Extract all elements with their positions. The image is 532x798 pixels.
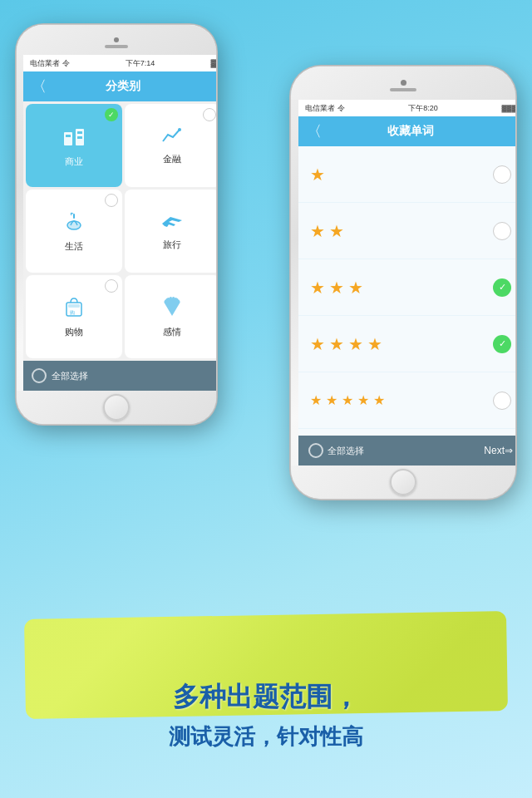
cat-label-life: 生活 <box>65 240 83 253</box>
stars-1: ★ <box>310 165 325 185</box>
svg-rect-10 <box>68 304 80 308</box>
next-button[interactable]: Next⇒ <box>484 445 513 456</box>
bottom-bar-left: 全部选择 <box>23 361 216 391</box>
nav-bar-right: 〈 收藏单词 <box>298 116 515 146</box>
back-button-left[interactable]: 〈 <box>32 76 47 96</box>
cat-item-feelings[interactable]: 感情 <box>125 275 217 358</box>
svg-rect-8 <box>73 214 75 219</box>
cat-item-business[interactable]: ✓ 商业 <box>26 104 122 187</box>
stars-3: ★ ★ ★ <box>310 278 363 298</box>
svg-text:购: 购 <box>70 310 75 315</box>
row-check-4[interactable]: ✓ <box>493 335 511 353</box>
cat-item-travel[interactable]: 旅行 <box>125 190 217 273</box>
carrier-left: 电信業者 令 <box>30 58 70 69</box>
row-check-3[interactable]: ✓ <box>493 278 511 297</box>
phone-right: 电信業者 令 下午8:20 ▓▓▓ 〈 收藏单词 ★ <box>291 66 515 499</box>
cat-item-life[interactable]: 生活 <box>26 190 122 273</box>
nav-title-right: 收藏单词 <box>387 124 434 139</box>
cat-item-finance[interactable]: 金融 <box>125 104 217 187</box>
time-right: 下午8:20 <box>408 103 438 114</box>
stars-4: ★ ★ ★ ★ <box>310 334 382 354</box>
battery-right: ▓▓▓ <box>501 105 515 112</box>
home-button-right[interactable] <box>390 469 416 495</box>
home-button-left[interactable] <box>103 394 130 421</box>
back-button-right[interactable]: 〈 <box>307 121 322 141</box>
select-all-circle-right[interactable] <box>308 443 323 458</box>
radio-badge-life <box>105 194 118 207</box>
svg-rect-3 <box>77 131 82 134</box>
cat-label-feelings: 感情 <box>163 326 181 338</box>
cat-label-travel: 旅行 <box>163 239 181 251</box>
star-row-4[interactable]: ★ ★ ★ ★ ✓ <box>298 316 515 372</box>
business-icon <box>62 124 86 152</box>
row-check-2[interactable] <box>493 222 511 240</box>
check-badge-business: ✓ <box>105 108 118 121</box>
select-all-label-right: 全部选择 <box>328 445 364 457</box>
cat-item-shopping[interactable]: 购 购物 <box>26 275 122 358</box>
carrier-right: 电信業者 令 <box>305 103 345 114</box>
status-bar-right: 电信業者 令 下午8:20 ▓▓▓ <box>298 100 515 116</box>
bottom-bar-right: 全部选择 Next⇒ <box>298 436 515 466</box>
status-bar-left: 电信業者 令 下午7:14 ▓ <box>23 55 216 71</box>
svg-point-5 <box>178 128 181 131</box>
select-all-label-left: 全部选择 <box>52 370 88 382</box>
bottom-text-line2: 测试灵活，针对性高 <box>169 722 363 751</box>
categories-grid: ✓ 商业 <box>23 101 216 361</box>
phone-left: 电信業者 令 下午7:14 ▓ 〈 分类别 ✓ <box>17 25 216 424</box>
nav-title-left: 分类别 <box>106 79 140 94</box>
radio-badge-finance <box>203 108 216 121</box>
star-row-1[interactable]: ★ <box>298 146 515 203</box>
select-all-circle-left[interactable] <box>32 368 47 383</box>
time-left: 下午7:14 <box>126 58 155 69</box>
cat-label-shopping: 购物 <box>65 326 83 338</box>
star-row-3[interactable]: ★ ★ ★ ✓ <box>298 259 515 316</box>
stars-list: ★ ★ ★ ★ <box>298 146 515 436</box>
stars-2: ★ ★ <box>310 221 344 241</box>
svg-rect-2 <box>66 135 71 137</box>
svg-rect-0 <box>64 132 72 145</box>
finance-icon <box>161 126 183 150</box>
cat-label-business: 商业 <box>65 155 83 168</box>
radio-badge-shopping <box>105 279 118 293</box>
life-icon <box>63 210 85 237</box>
cat-label-finance: 金融 <box>163 153 181 165</box>
star-row-2[interactable]: ★ ★ <box>298 203 515 259</box>
nav-bar-left: 〈 分类别 <box>23 71 216 101</box>
battery-left: ▓ <box>210 59 216 67</box>
bottom-text-line1: 多种出题范围， <box>173 679 359 716</box>
row-check-1[interactable] <box>493 165 511 184</box>
row-check-5[interactable] <box>493 392 511 410</box>
svg-rect-4 <box>77 136 82 139</box>
feelings-icon <box>163 296 181 323</box>
travel-icon <box>160 212 184 235</box>
shopping-icon: 购 <box>64 296 84 323</box>
stars-5: ★ ★ ★ ★ ★ <box>310 392 385 408</box>
star-row-5[interactable]: ★ ★ ★ ★ ★ <box>298 372 515 429</box>
